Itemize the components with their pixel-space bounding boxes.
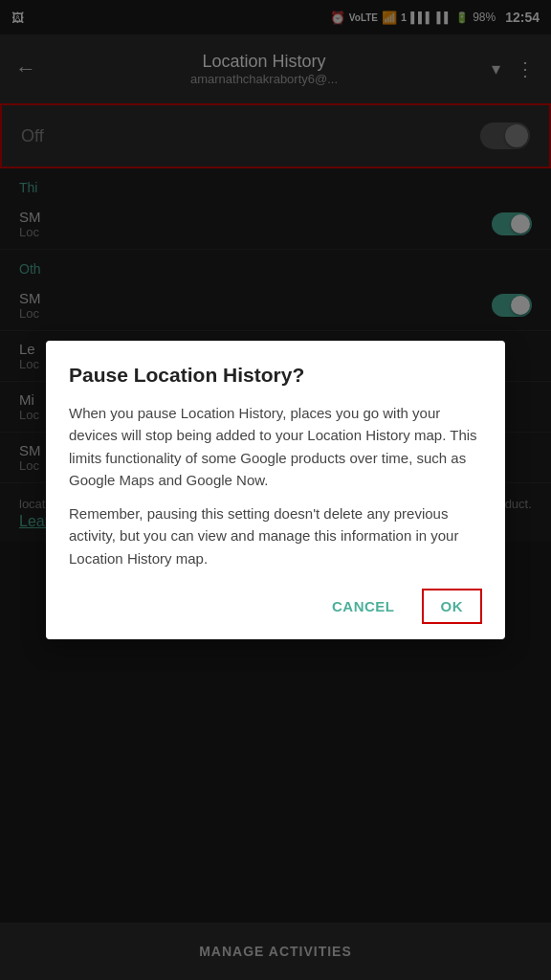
dialog-body: When you pause Location History, places … [69, 402, 482, 569]
dialog-body-1: When you pause Location History, places … [69, 402, 482, 491]
dialog-body-2: Remember, pausing this setting doesn't d… [69, 502, 482, 569]
dialog-title: Pause Location History? [69, 364, 482, 387]
pause-dialog: Pause Location History? When you pause L… [46, 341, 505, 639]
dialog-overlay: Pause Location History? When you pause L… [0, 0, 551, 980]
cancel-button[interactable]: CANCEL [313, 589, 414, 624]
ok-button[interactable]: OK [422, 589, 483, 624]
dialog-actions: CANCEL OK [69, 589, 482, 624]
